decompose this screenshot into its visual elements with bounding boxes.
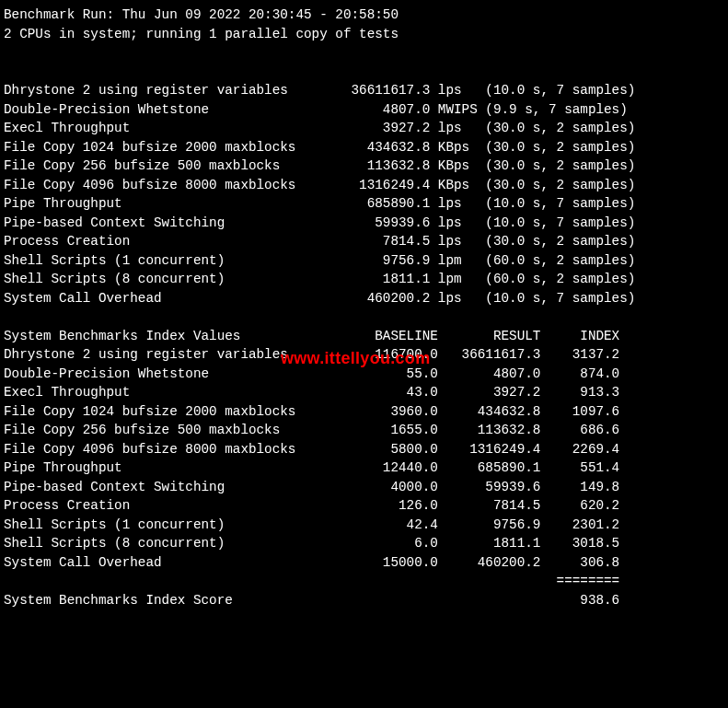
raw-test-row: Process Creation 7814.5 lps (30.0 s, 2 s… bbox=[4, 232, 724, 251]
index-row: Process Creation 126.0 7814.5 620.2 bbox=[4, 496, 724, 516]
benchmark-run-line: Benchmark Run: Thu Jun 09 2022 20:30:45 … bbox=[4, 6, 724, 25]
raw-test-row: Pipe-based Context Switching 59939.6 lps… bbox=[4, 214, 724, 233]
index-score-line: System Benchmarks Index Score 938.6 bbox=[4, 591, 724, 610]
index-header-row: System Benchmarks Index Values BASELINE … bbox=[4, 327, 724, 346]
cpu-info-line: 2 CPUs in system; running 1 parallel cop… bbox=[4, 25, 724, 44]
raw-test-row: File Copy 1024 bufsize 2000 maxblocks 43… bbox=[4, 138, 724, 157]
index-row: Pipe Throughput 12440.0 685890.1 551.4 bbox=[4, 458, 724, 478]
raw-test-row: Double-Precision Whetstone 4807.0 MWIPS … bbox=[4, 100, 724, 120]
terminal-output: Benchmark Run: Thu Jun 09 2022 20:30:45 … bbox=[0, 0, 728, 634]
index-row: Shell Scripts (8 concurrent) 6.0 1811.1 … bbox=[4, 534, 724, 553]
raw-test-row: Dhrystone 2 using register variables 366… bbox=[4, 81, 724, 100]
raw-test-row: Shell Scripts (1 concurrent) 9756.9 lpm … bbox=[4, 251, 724, 271]
index-row: Double-Precision Whetstone 55.0 4807.0 8… bbox=[4, 365, 724, 384]
blank-line bbox=[4, 609, 724, 629]
index-row: File Copy 4096 bufsize 8000 maxblocks 58… bbox=[4, 440, 724, 459]
index-row: File Copy 1024 bufsize 2000 maxblocks 39… bbox=[4, 402, 724, 422]
index-separator: ======== bbox=[4, 572, 724, 591]
index-row: Pipe-based Context Switching 4000.0 5993… bbox=[4, 478, 724, 497]
index-row: Execl Throughput 43.0 3927.2 913.3 bbox=[4, 383, 724, 402]
raw-test-row: System Call Overhead 460200.2 lps (10.0 … bbox=[4, 289, 724, 308]
raw-test-row: File Copy 256 bufsize 500 maxblocks 1136… bbox=[4, 157, 724, 176]
raw-test-row: Shell Scripts (8 concurrent) 1811.1 lpm … bbox=[4, 270, 724, 289]
blank-line bbox=[4, 63, 724, 82]
raw-test-row: File Copy 4096 bufsize 8000 maxblocks 13… bbox=[4, 176, 724, 195]
index-row: Dhrystone 2 using register variables 116… bbox=[4, 345, 724, 365]
index-row: Shell Scripts (1 concurrent) 42.4 9756.9… bbox=[4, 516, 724, 535]
index-row: System Call Overhead 15000.0 460200.2 30… bbox=[4, 553, 724, 573]
index-row: File Copy 256 bufsize 500 maxblocks 1655… bbox=[4, 421, 724, 440]
blank-line bbox=[4, 43, 724, 63]
raw-test-row: Execl Throughput 3927.2 lps (30.0 s, 2 s… bbox=[4, 119, 724, 138]
raw-test-row: Pipe Throughput 685890.1 lps (10.0 s, 7 … bbox=[4, 194, 724, 214]
blank-line bbox=[4, 308, 724, 327]
